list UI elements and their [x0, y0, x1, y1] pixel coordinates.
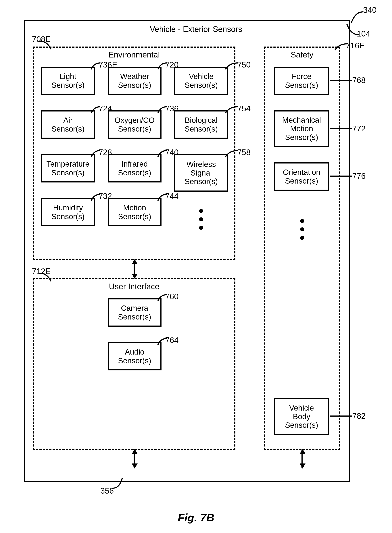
group-environmental-title: Environmental	[108, 50, 160, 59]
block-line: Motion	[123, 204, 146, 212]
block-line: Sensor(s)	[285, 81, 318, 89]
block-biological: Biological Sensor(s)	[174, 110, 228, 139]
block-line: Sensor(s)	[51, 125, 84, 133]
ellipsis-icon	[199, 209, 203, 230]
lead-758	[221, 149, 241, 163]
block-line: Sensor(s)	[118, 81, 151, 89]
group-user-interface-title: User Interface	[109, 282, 159, 291]
block-line: Biological	[185, 116, 218, 125]
block-line: Vehicle	[189, 72, 214, 81]
arrow-icon	[132, 463, 138, 468]
block-line: Sensor(s)	[51, 81, 84, 89]
figure-label: Fig. 7B	[178, 511, 214, 524]
block-line: Force	[292, 72, 311, 81]
block-line: Sensor(s)	[185, 177, 218, 186]
block-line: Body	[293, 412, 310, 421]
ellipsis-icon	[300, 219, 304, 240]
block-line: Sensor(s)	[51, 168, 84, 177]
outer-title: Vehicle - Exterior Sensors	[150, 25, 242, 34]
block-wireless-signal: Wireless Signal Sensor(s)	[174, 154, 228, 192]
block-line: Sensor(s)	[285, 177, 318, 185]
group-safety-title: Safety	[291, 50, 313, 59]
lead-724	[87, 105, 107, 120]
block-line: Humidity	[53, 204, 83, 212]
arrow-icon	[132, 449, 138, 454]
block-orientation: Orientation Sensor(s)	[274, 162, 329, 191]
ref-772: 772	[352, 124, 365, 133]
lead-768	[328, 76, 349, 90]
block-line: Mechanical	[282, 116, 321, 124]
block-line: Air	[63, 116, 73, 125]
block-line: Sensor(s)	[118, 356, 151, 365]
lead-776	[328, 171, 349, 186]
block-line: Orientation	[283, 168, 320, 176]
block-line: Sensor(s)	[118, 313, 151, 321]
block-line: Sensor(s)	[185, 125, 218, 133]
block-line: Light	[60, 72, 76, 81]
page: 340 Vehicle - Exterior Sensors 104 Envir…	[0, 0, 392, 533]
block-mechanical-motion: Mechanical Motion Sensor(s)	[274, 110, 329, 147]
lead-744	[153, 193, 173, 207]
lead-720	[153, 61, 173, 76]
block-line: Camera	[121, 304, 148, 312]
lead-764	[153, 337, 173, 351]
ref-776: 776	[352, 171, 365, 181]
block-line: Vehicle	[289, 404, 314, 412]
ref-782: 782	[352, 412, 365, 421]
lead-772	[328, 124, 349, 139]
group-safety	[264, 46, 340, 450]
lead-760	[153, 293, 173, 307]
block-line: Sensor(s)	[285, 421, 318, 429]
lead-754	[221, 105, 241, 120]
arrow-icon	[132, 274, 138, 279]
lead-716e	[330, 42, 350, 56]
block-line: Sensor(s)	[285, 133, 318, 142]
block-line: Wireless	[187, 160, 216, 169]
arrow-icon	[300, 449, 305, 454]
lead-782	[328, 412, 349, 426]
lead-736e	[87, 61, 107, 76]
block-line: Signal	[191, 169, 212, 177]
block-line: Infrared	[121, 160, 148, 168]
block-line: Audio	[125, 348, 144, 356]
block-line: Temperature	[47, 160, 90, 168]
lead-740	[153, 149, 173, 163]
block-vehicle-body: Vehicle Body Sensor(s)	[274, 398, 329, 435]
block-line: Sensor(s)	[118, 125, 151, 133]
lead-736	[153, 105, 173, 120]
lead-104	[343, 24, 363, 38]
arrow-icon	[132, 259, 138, 264]
block-line: Oxygen/CO	[115, 116, 154, 125]
block-line: Motion	[290, 124, 313, 133]
block-line: Sensor(s)	[118, 212, 151, 221]
lead-708e	[36, 39, 56, 54]
block-line: Sensor(s)	[51, 212, 84, 221]
ref-768: 768	[352, 76, 365, 85]
block-vehicle-sensor: Vehicle Sensor(s)	[174, 67, 228, 95]
lead-712e	[36, 271, 56, 286]
block-line: Sensor(s)	[185, 81, 218, 89]
lead-356	[107, 476, 127, 491]
lead-732	[87, 193, 107, 207]
arrow-icon	[300, 463, 305, 468]
lead-750	[221, 61, 241, 76]
block-line: Weather	[120, 72, 149, 81]
lead-728	[87, 149, 107, 163]
block-force: Force Sensor(s)	[274, 67, 329, 95]
block-line: Sensor(s)	[118, 168, 151, 177]
